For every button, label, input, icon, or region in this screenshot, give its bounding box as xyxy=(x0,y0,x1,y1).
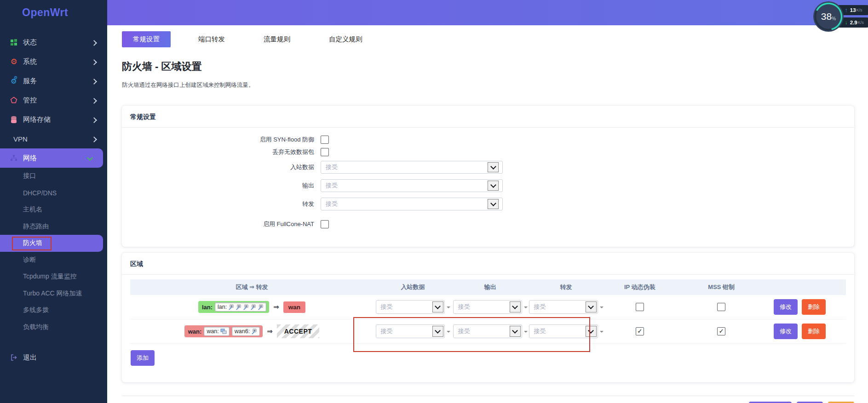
interface-wan-icon xyxy=(220,329,227,335)
footer-divider xyxy=(122,396,854,396)
sidebar-subitem-tcpdump[interactable]: Tcpdump 流量监控 xyxy=(0,268,107,285)
tab-custom-rules[interactable]: 自定义规则 xyxy=(318,31,374,47)
lan-masq-checkbox[interactable] xyxy=(636,303,644,311)
select-arrow-icon[interactable] xyxy=(488,199,499,209)
page-title: 防火墙 - 区域设置 xyxy=(122,60,854,74)
zones-table-header: 区域 ⇒ 转发 入站数据 输出 转发 IP 动态伪装 MSS 钳制 xyxy=(130,279,846,295)
tab-general-settings[interactable]: 常规设置 xyxy=(122,31,171,47)
fullcone-nat-label: 启用 FullCone-NAT xyxy=(122,220,321,228)
sidebar-subitem-multiwan[interactable]: 多线多拨 xyxy=(0,302,107,319)
general-settings-form: 启用 SYN-flood 防御 丢弃无效数据包 入站数据 接受 xyxy=(122,128,854,247)
select-arrow-icon[interactable] xyxy=(586,326,597,337)
wan-input-value: 接受 xyxy=(381,327,393,335)
select-arrow-icon[interactable] xyxy=(510,301,521,312)
sidebar-subitem-interfaces[interactable]: 接口 xyxy=(0,168,107,185)
output-policy-label: 输出 xyxy=(122,182,321,190)
zone-lan-target: wan xyxy=(283,301,305,313)
sidebar-item-vpn[interactable]: VPN xyxy=(0,129,107,148)
lan-output-value: 接受 xyxy=(458,303,470,311)
lan-mss-checkbox[interactable] xyxy=(717,303,725,311)
forward-policy-select[interactable]: 接受 xyxy=(321,198,503,210)
cpu-percent-value: 38 xyxy=(821,11,832,22)
ethernet-port-icon xyxy=(258,304,264,310)
sidebar: OpenWrt 状态 ⚙ 系统 ⚙⚙ 服务 xyxy=(0,0,107,403)
col-output: 输出 xyxy=(452,283,528,291)
download-arrow-icon: ↓ xyxy=(845,20,848,25)
network-sitemap-icon xyxy=(10,154,18,162)
subitem-label: 静态路由 xyxy=(23,222,49,231)
drop-invalid-checkbox[interactable] xyxy=(321,148,329,156)
wan-output-select[interactable]: 接受 xyxy=(453,324,522,338)
network-lan-box: lan: xyxy=(215,302,266,312)
combo-drop-icon xyxy=(447,331,450,335)
select-arrow-icon[interactable] xyxy=(432,301,443,312)
sidebar-item-label: 状态 xyxy=(23,38,37,47)
zones-table: 区域 ⇒ 转发 入站数据 输出 转发 IP 动态伪装 MSS 钳制 lan: xyxy=(130,279,846,344)
wan-masq-checkbox[interactable] xyxy=(636,327,644,335)
sidebar-item-network[interactable]: 网络 xyxy=(0,148,103,168)
sidebar-item-storage[interactable]: 网络存储 xyxy=(0,110,107,129)
tab-port-forwards[interactable]: 端口转发 xyxy=(187,31,236,47)
chevron-right-icon xyxy=(91,136,97,142)
forward-arrow: ⇒ xyxy=(273,303,279,311)
download-unit: K/s xyxy=(858,20,864,25)
select-arrow-icon[interactable] xyxy=(488,181,499,191)
sidebar-subitem-dhcp-dns[interactable]: DHCP/DNS xyxy=(0,185,107,202)
sidebar-subitem-firewall[interactable]: 防火墙 xyxy=(0,235,103,252)
zone-wan-cell: wan: wan: wan6: ⇒ xyxy=(130,324,374,338)
wan-mss-checkbox[interactable] xyxy=(717,327,725,335)
ethernet-port-icon xyxy=(243,304,249,310)
lan-delete-button[interactable]: 删除 xyxy=(802,299,826,315)
wan-forward-select[interactable]: 接受 xyxy=(529,324,598,338)
ethernet-port-icon xyxy=(228,304,234,310)
sidebar-subitem-hostname[interactable]: 主机名 xyxy=(0,201,107,218)
sidebar-subitem-turbo-acc[interactable]: Turbo ACC 网络加速 xyxy=(0,285,107,302)
wan-input-select[interactable]: 接受 xyxy=(376,324,445,338)
upload-unit: K/s xyxy=(857,8,862,12)
input-policy-select[interactable]: 接受 xyxy=(321,161,503,174)
wan-delete-button[interactable]: 删除 xyxy=(802,324,826,339)
network-wan-label: wan: xyxy=(207,328,218,335)
sidebar-subitem-static-routes[interactable]: 静态路由 xyxy=(0,218,107,235)
chevron-right-icon xyxy=(91,98,97,104)
syn-flood-checkbox[interactable] xyxy=(321,136,329,144)
output-policy-select[interactable]: 接受 xyxy=(321,179,503,192)
subitem-label: 接口 xyxy=(23,172,36,180)
wan-edit-button[interactable]: 修改 xyxy=(774,324,798,339)
zone-row-wan: wan: wan: wan6: ⇒ xyxy=(130,319,846,344)
lan-output-select[interactable]: 接受 xyxy=(453,300,522,314)
lan-forward-value: 接受 xyxy=(534,303,546,311)
chevron-right-icon xyxy=(91,117,97,123)
sidebar-item-control[interactable]: 管控 xyxy=(0,91,107,110)
sidebar-item-logout[interactable]: 退出 xyxy=(0,348,107,367)
zone-lan-name: lan: xyxy=(202,304,213,311)
upload-value: 13 xyxy=(850,7,856,13)
sidebar-item-status[interactable]: 状态 xyxy=(0,33,107,52)
sidebar-subitem-load-balance[interactable]: 负载均衡 xyxy=(0,319,107,336)
forward-policy-value: 接受 xyxy=(326,200,338,208)
wan-forward-value: 接受 xyxy=(534,327,546,335)
fullcone-nat-checkbox[interactable] xyxy=(321,220,329,228)
lan-edit-button[interactable]: 修改 xyxy=(774,299,798,315)
sidebar-item-label: 服务 xyxy=(23,77,37,85)
select-arrow-icon[interactable] xyxy=(510,326,521,337)
zone-lan-cell: lan: lan: ⇒ xyxy=(130,301,374,313)
sidebar-item-label: VPN xyxy=(13,135,28,143)
top-bar xyxy=(107,0,868,25)
sidebar-item-system[interactable]: ⚙ 系统 xyxy=(0,52,107,71)
select-arrow-icon[interactable] xyxy=(488,162,499,172)
cpu-gauge[interactable]: 38% xyxy=(813,1,844,32)
select-arrow-icon[interactable] xyxy=(586,301,597,312)
interface-wan6-icon xyxy=(251,329,257,335)
page-subtitle: 防火墙通过在网络接口上创建区域来控制网络流量。 xyxy=(122,81,854,89)
lan-forward-select[interactable]: 接受 xyxy=(529,300,598,314)
select-arrow-icon[interactable] xyxy=(432,326,443,337)
tab-traffic-rules[interactable]: 流量规则 xyxy=(253,31,301,47)
lan-input-select[interactable]: 接受 xyxy=(376,300,445,314)
ethernet-port-icon xyxy=(236,304,241,310)
add-zone-button[interactable]: 添加 xyxy=(131,350,155,366)
sidebar-item-services[interactable]: ⚙⚙ 服务 xyxy=(0,71,107,91)
chevron-right-icon xyxy=(91,40,97,46)
sidebar-subitem-diagnostics[interactable]: 诊断 xyxy=(0,252,107,269)
services-gears-icon: ⚙⚙ xyxy=(10,78,18,85)
